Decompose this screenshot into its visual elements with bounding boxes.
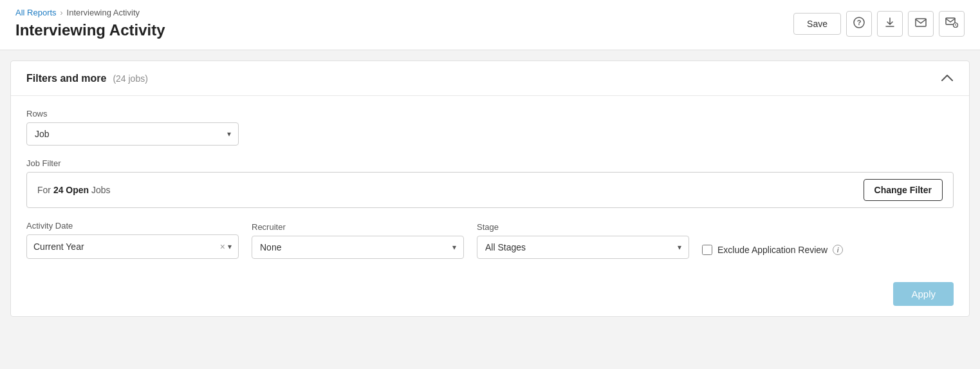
job-filter-bar: For 24 Open Jobs Change Filter bbox=[26, 172, 954, 208]
filter-body: Rows Job Recruiter Department Office ▾ J… bbox=[11, 96, 969, 274]
job-count: 24 bbox=[53, 185, 64, 195]
exclude-col: Exclude Application Review i bbox=[702, 245, 843, 259]
stage-label: Stage bbox=[477, 222, 689, 232]
email-schedule-icon bbox=[945, 17, 958, 30]
breadcrumb-separator: › bbox=[60, 8, 63, 17]
stage-select-wrapper: All Stages Application Review Phone Scre… bbox=[477, 236, 689, 259]
exclude-checkbox-group: Exclude Application Review i bbox=[702, 245, 843, 259]
job-open-label: Open bbox=[63, 185, 89, 195]
job-filter-group: Job Filter For 24 Open Jobs Change Filte… bbox=[26, 158, 954, 208]
download-icon bbox=[884, 17, 896, 31]
download-button[interactable] bbox=[877, 11, 903, 37]
svg-rect-2 bbox=[916, 19, 926, 26]
exclude-checkbox[interactable] bbox=[702, 245, 712, 255]
filter-count: (24 jobs) bbox=[113, 73, 147, 84]
job-filter-text: For 24 Open Jobs bbox=[37, 185, 111, 195]
activity-date-arrow[interactable]: ▾ bbox=[228, 242, 232, 251]
rows-select[interactable]: Job Recruiter Department Office bbox=[26, 122, 239, 146]
page-title: Interviewing Activity bbox=[15, 21, 165, 39]
filters-row: Activity Date Current Year × ▾ Recruiter… bbox=[26, 221, 954, 259]
help-icon: ? bbox=[853, 17, 865, 31]
filter-panel-title-group: Filters and more (24 jobs) bbox=[26, 73, 148, 84]
filter-title: Filters and more bbox=[26, 73, 106, 84]
breadcrumb-current: Interviewing Activity bbox=[67, 8, 140, 17]
recruiter-col: Recruiter None All Recruiters ▾ bbox=[252, 222, 464, 259]
activity-date-label: Activity Date bbox=[26, 221, 239, 231]
rows-label: Rows bbox=[26, 109, 954, 118]
change-filter-button[interactable]: Change Filter bbox=[864, 179, 943, 201]
activity-date-clear[interactable]: × bbox=[220, 241, 225, 252]
recruiter-select-wrapper: None All Recruiters ▾ bbox=[252, 236, 464, 259]
filter-panel: Filters and more (24 jobs) Rows Job Recr… bbox=[10, 61, 970, 317]
recruiter-select[interactable]: None All Recruiters bbox=[252, 236, 464, 259]
rows-field-group: Rows Job Recruiter Department Office ▾ bbox=[26, 109, 954, 146]
collapse-icon bbox=[941, 71, 954, 85]
job-filter-label: Job Filter bbox=[26, 158, 954, 168]
svg-text:?: ? bbox=[857, 19, 862, 26]
help-button[interactable]: ? bbox=[846, 11, 872, 37]
filter-panel-header[interactable]: Filters and more (24 jobs) bbox=[11, 61, 969, 96]
email-icon bbox=[915, 18, 927, 30]
breadcrumb: All Reports › Interviewing Activity bbox=[15, 8, 165, 17]
header-left: All Reports › Interviewing Activity Inte… bbox=[15, 8, 165, 39]
activity-date-col: Activity Date Current Year × ▾ bbox=[26, 221, 239, 259]
main-content: Filters and more (24 jobs) Rows Job Recr… bbox=[0, 61, 980, 317]
stage-col: Stage All Stages Application Review Phon… bbox=[477, 222, 689, 259]
activity-date-select[interactable]: Current Year × ▾ bbox=[26, 234, 239, 259]
exclude-info-icon[interactable]: i bbox=[833, 245, 843, 255]
email-schedule-button[interactable] bbox=[939, 11, 965, 37]
page-header: All Reports › Interviewing Activity Inte… bbox=[0, 0, 980, 50]
header-actions: Save ? bbox=[793, 11, 965, 37]
exclude-label: Exclude Application Review bbox=[717, 245, 827, 255]
rows-select-wrapper: Job Recruiter Department Office ▾ bbox=[26, 122, 239, 146]
breadcrumb-all-reports[interactable]: All Reports bbox=[15, 8, 57, 17]
save-button[interactable]: Save bbox=[793, 13, 841, 35]
email-button[interactable] bbox=[908, 11, 934, 37]
stage-select[interactable]: All Stages Application Review Phone Scre… bbox=[477, 236, 689, 259]
recruiter-label: Recruiter bbox=[252, 222, 464, 232]
apply-button[interactable]: Apply bbox=[893, 282, 954, 306]
activity-date-value: Current Year bbox=[33, 241, 220, 252]
apply-row: Apply bbox=[11, 274, 969, 316]
